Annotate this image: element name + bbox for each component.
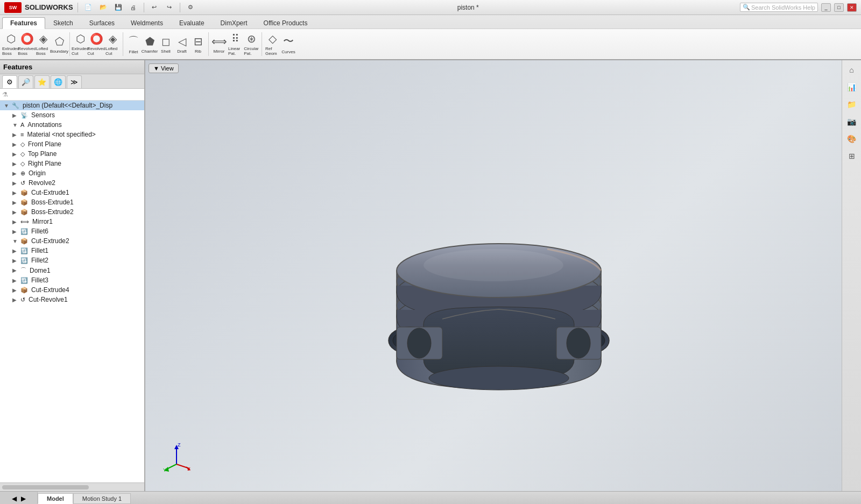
camera-btn[interactable]: 📷 xyxy=(844,114,859,129)
extruded-boss-btn[interactable]: ⬡ Extruded Boss xyxy=(3,33,18,55)
open-btn[interactable]: 📂 xyxy=(97,2,109,13)
undo-btn[interactable]: ↩ xyxy=(149,2,160,13)
expand-icon[interactable]: ▶ xyxy=(12,229,19,235)
ribbon-tab-weldments[interactable]: Weldments xyxy=(123,17,171,29)
tree-item-fillet3[interactable]: ▶🔃Fillet3 xyxy=(0,275,144,285)
expand-icon[interactable]: ▶ xyxy=(12,248,19,254)
expand-icon[interactable]: ▶ xyxy=(12,151,19,157)
search-bar[interactable]: 🔍 Search SolidWorks Help xyxy=(740,3,818,12)
expand-icon[interactable]: ▶ xyxy=(12,209,19,215)
tree-scroll-area[interactable] xyxy=(0,482,144,491)
next-btn[interactable]: ▶ xyxy=(19,495,28,502)
more-tab[interactable]: ≫ xyxy=(67,75,82,88)
expand-icon[interactable]: ▶ xyxy=(12,112,19,118)
rib-btn[interactable]: ⊟ Rib xyxy=(190,33,206,55)
model-tab[interactable]: 🌐 xyxy=(51,75,66,88)
config-tab[interactable]: ⭐ xyxy=(34,75,50,88)
tree-item-cut-revolve1[interactable]: ▶↺Cut-Revolve1 xyxy=(0,295,144,304)
lofted-boss-btn[interactable]: ◈ Lofted Boss xyxy=(36,33,51,55)
expand-icon[interactable]: ▶ xyxy=(12,258,19,264)
expand-icon[interactable]: ▼ xyxy=(12,122,19,128)
expand-icon[interactable]: ▶ xyxy=(12,297,19,303)
minimize-btn[interactable]: _ xyxy=(821,3,831,12)
status-tab-model[interactable]: Model xyxy=(38,493,73,504)
expand-icon[interactable]: ▶ xyxy=(12,190,19,196)
ribbon-tab-evaluate[interactable]: Evaluate xyxy=(171,17,213,29)
revolved-cut-btn[interactable]: ⭕ Revolved Cut xyxy=(89,33,104,55)
tree-item-piston--default--default--disp[interactable]: ▼🔧piston (Default<<Default>_Disp xyxy=(0,101,144,110)
ref-geometry-btn[interactable]: ◇ Ref Geom xyxy=(265,33,280,55)
tree-item-material--not-specified-[interactable]: ▶≡Material <not specified> xyxy=(0,130,144,139)
print-btn[interactable]: 🖨 xyxy=(128,2,139,13)
tree-item-annotations[interactable]: ▼AAnnotations xyxy=(0,120,144,130)
expand-icon[interactable]: ▶ xyxy=(12,267,19,273)
redo-btn[interactable]: ↪ xyxy=(164,2,175,13)
expand-icon[interactable]: ▶ xyxy=(12,278,19,283)
tree-item-cut-extrude2[interactable]: ▼📦Cut-Extrude2 xyxy=(0,236,144,246)
circular-pattern-btn[interactable]: ⊛ Circular Pat. xyxy=(244,33,259,55)
settings-icon-btn[interactable]: ⊞ xyxy=(844,148,859,164)
h-scrollbar-thumb[interactable] xyxy=(2,485,89,489)
curves-btn[interactable]: 〜 Curves xyxy=(281,33,296,55)
graph-btn[interactable]: 📊 xyxy=(844,80,859,95)
fillet-btn[interactable]: ⌒ Fillet xyxy=(126,33,141,55)
tree-item-boss-extrude2[interactable]: ▶📦Boss-Extrude2 xyxy=(0,207,144,217)
save-btn[interactable]: 💾 xyxy=(112,2,124,13)
home-view-btn[interactable]: ⌂ xyxy=(844,62,859,77)
tree-item-fillet6[interactable]: ▶🔃Fillet6 xyxy=(0,226,144,236)
expand-icon[interactable]: ▶ xyxy=(12,200,19,205)
tree-item-fillet2[interactable]: ▶🔃Fillet2 xyxy=(0,255,144,265)
expand-icon[interactable]: ▶ xyxy=(12,132,19,138)
expand-icon[interactable]: ▶ xyxy=(12,287,19,293)
ribbon-tab-features[interactable]: Features xyxy=(2,17,45,29)
extruded-cut-btn[interactable]: ⬡ Extruded Cut xyxy=(73,33,88,55)
ribbon-tab-surfaces[interactable]: Surfaces xyxy=(81,17,123,29)
lofted-cut-btn[interactable]: ◈ Lofted Cut xyxy=(105,33,120,55)
maximize-btn[interactable]: □ xyxy=(834,3,844,12)
tree-item-right-plane[interactable]: ▶◇Right Plane xyxy=(0,159,144,168)
tree-item-top-plane[interactable]: ▶◇Top Plane xyxy=(0,149,144,159)
chamfer-btn[interactable]: ⬟ Chamfer xyxy=(142,33,157,55)
mirror-btn[interactable]: ⟺ Mirror xyxy=(211,33,227,55)
draft-btn[interactable]: ◁ Draft xyxy=(174,33,189,55)
tree-item-boss-extrude1[interactable]: ▶📦Boss-Extrude1 xyxy=(0,197,144,207)
revolved-boss-btn[interactable]: ⭕ Revolved Boss xyxy=(19,33,34,55)
close-btn[interactable]: ✕ xyxy=(847,3,857,12)
ribbon-tab-office-products[interactable]: Office Products xyxy=(256,17,316,29)
expand-icon[interactable]: ▶ xyxy=(12,161,19,167)
property-tab[interactable]: 🔎 xyxy=(18,75,33,88)
tree-item-cut-extrude1[interactable]: ▶📦Cut-Extrude1 xyxy=(0,188,144,197)
expand-icon[interactable]: ▼ xyxy=(12,238,19,244)
ribbon-tab-sketch[interactable]: Sketch xyxy=(45,17,81,29)
shell-btn[interactable]: ◻ Shell xyxy=(158,33,173,55)
folder-btn[interactable]: 📁 xyxy=(844,97,859,112)
tree-item-front-plane[interactable]: ▶◇Front Plane xyxy=(0,139,144,149)
expand-icon[interactable]: ▶ xyxy=(12,171,19,176)
rebuild-btn[interactable]: ⚙ xyxy=(185,2,196,13)
tree-item-mirror1[interactable]: ▶⟺Mirror1 xyxy=(0,217,144,226)
tree-item-cut-extrude4[interactable]: ▶📦Cut-Extrude4 xyxy=(0,285,144,295)
tree-item-dome1[interactable]: ▶⌒Dome1 xyxy=(0,265,144,275)
title-left: SW SOLIDWORKS 📄 📂 💾 🖨 ↩ ↪ ⚙ xyxy=(4,2,196,13)
viewport[interactable]: ▼ View xyxy=(145,60,842,491)
features-tab[interactable]: ⚙ xyxy=(2,75,17,88)
color-btn[interactable]: 🎨 xyxy=(844,131,859,146)
tree-item-sensors[interactable]: ▶📡Sensors xyxy=(0,110,144,120)
tree-item-revolve2[interactable]: ▶↺Revolve2 xyxy=(0,178,144,188)
tree-item-icon: 📡 xyxy=(20,112,28,119)
prev-btn[interactable]: ◀ xyxy=(10,495,19,502)
linear-pattern-btn[interactable]: ⠿ Linear Pat. xyxy=(228,33,243,55)
expand-icon[interactable]: ▶ xyxy=(12,180,19,186)
vp-view-btn[interactable]: ▼ View xyxy=(149,63,179,73)
boundary-boss-btn[interactable]: ⬠ Boundary xyxy=(52,33,67,55)
tree-item-fillet1[interactable]: ▶🔃Fillet1 xyxy=(0,246,144,255)
expand-icon[interactable]: ▶ xyxy=(12,219,19,225)
tree-item-origin[interactable]: ▶⊕Origin xyxy=(0,168,144,178)
sep-r2 xyxy=(123,32,123,56)
expand-icon[interactable]: ▶ xyxy=(12,141,19,147)
new-btn[interactable]: 📄 xyxy=(82,2,94,13)
expand-icon[interactable]: ▼ xyxy=(4,103,10,109)
ribbon-tab-dimxpert[interactable]: DimXpert xyxy=(213,17,256,29)
search-icon: 🔍 xyxy=(743,4,750,11)
status-tab-motion-study-1[interactable]: Motion Study 1 xyxy=(73,493,131,504)
